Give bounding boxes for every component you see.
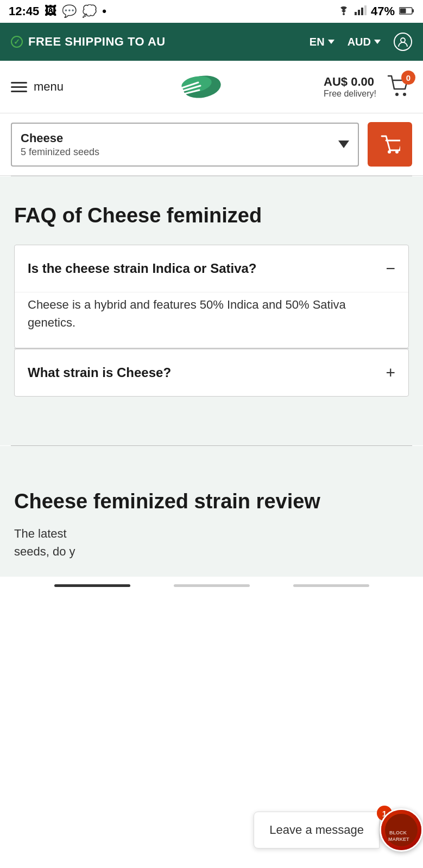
- cart-info: AU$ 0.00 Free delivery!: [324, 75, 376, 99]
- logo[interactable]: [167, 71, 221, 103]
- faq-question-1[interactable]: Is the cheese strain Indica or Sativa? −: [15, 245, 408, 292]
- checkmark-icon: [11, 36, 23, 48]
- faq-question-text-2: What strain is Cheese?: [28, 365, 379, 380]
- faq-item-1: Is the cheese strain Indica or Sativa? −…: [14, 245, 409, 348]
- faq-title: FAQ of Cheese feminized: [14, 203, 409, 228]
- faq-toggle-1: −: [386, 260, 395, 277]
- dropdown-arrow-icon: [338, 141, 349, 148]
- cart-price: AU$ 0.00: [324, 75, 376, 89]
- scroll-bar-1: [54, 584, 130, 587]
- currency-selector[interactable]: AUD: [348, 36, 381, 48]
- svg-point-14: [395, 93, 399, 96]
- product-selector-bar: Cheese 5 feminized seeds: [0, 113, 423, 176]
- svg-point-16: [388, 150, 391, 154]
- top-banner: FREE SHIPPING TO AU EN AUD: [0, 23, 423, 61]
- svg-point-15: [403, 93, 406, 96]
- review-title: Cheese feminized strain review: [14, 489, 409, 514]
- section-spacer-2: [0, 446, 423, 462]
- cart-badge: 0: [401, 71, 415, 85]
- menu-button[interactable]: menu: [11, 80, 64, 94]
- svg-rect-7: [400, 9, 406, 14]
- product-variant-dropdown[interactable]: Cheese 5 feminized seeds: [11, 123, 359, 167]
- faq-question-2[interactable]: What strain is Cheese? +: [15, 349, 408, 396]
- svg-rect-4: [364, 5, 367, 15]
- battery-icon: [399, 4, 414, 18]
- status-bar: 12:45 🖼 💬 💭 • 47%: [0, 0, 423, 23]
- review-section: Cheese feminized strain review The lates…: [0, 462, 423, 577]
- currency-label: AUD: [348, 36, 371, 48]
- status-right: 47%: [337, 4, 414, 18]
- language-selector[interactable]: EN: [310, 36, 334, 48]
- dot-icon: •: [102, 4, 106, 18]
- language-label: EN: [310, 36, 325, 48]
- svg-rect-1: [355, 12, 357, 15]
- status-time: 12:45: [9, 4, 39, 18]
- nav-right: AU$ 0.00 Free delivery! 0: [324, 74, 412, 100]
- hamburger-icon: [11, 82, 27, 92]
- product-name: Cheese: [21, 131, 99, 145]
- svg-point-8: [401, 38, 405, 42]
- svg-point-17: [395, 150, 399, 154]
- messenger2-icon: 💭: [82, 4, 97, 18]
- scroll-indicator: [0, 577, 423, 595]
- faq-answer-1: Cheese is a hybrid and features 50% Indi…: [15, 292, 408, 348]
- svg-point-0: [343, 13, 345, 15]
- photo-icon: 🖼: [45, 4, 56, 18]
- faq-item-2: What strain is Cheese? +: [14, 349, 409, 397]
- product-variant: 5 feminized seeds: [21, 146, 99, 158]
- menu-label: menu: [34, 80, 64, 94]
- svg-rect-6: [412, 9, 414, 12]
- status-left: 12:45 🖼 💬 💭 •: [9, 4, 106, 18]
- lang-chevron-icon: [328, 40, 334, 44]
- faq-question-text-1: Is the cheese strain Indica or Sativa?: [28, 261, 379, 276]
- svg-rect-3: [361, 8, 363, 15]
- wifi-icon: [337, 4, 350, 18]
- review-preview-text: The latest seeds, do y: [14, 525, 409, 560]
- shipping-text: FREE SHIPPING TO AU: [28, 35, 166, 49]
- battery-text: 47%: [371, 4, 395, 18]
- user-account-icon[interactable]: [394, 33, 412, 51]
- signal-icon: [355, 4, 367, 18]
- messenger-icon: 💬: [62, 4, 77, 18]
- currency-chevron-icon: [374, 40, 381, 44]
- faq-section: FAQ of Cheese feminized Is the cheese st…: [0, 176, 423, 413]
- add-to-cart-button[interactable]: [368, 122, 412, 167]
- nav-header: menu AU$ 0.00 Free delivery! 0: [0, 61, 423, 113]
- scroll-bar-2: [174, 584, 250, 587]
- svg-rect-2: [358, 10, 360, 15]
- banner-right: EN AUD: [310, 33, 412, 51]
- section-spacer-1: [0, 413, 423, 445]
- cart-button[interactable]: 0: [385, 74, 412, 100]
- scroll-bar-3: [293, 584, 369, 587]
- cart-delivery-label: Free delivery!: [324, 89, 376, 99]
- faq-toggle-2: +: [386, 365, 395, 381]
- banner-shipping: FREE SHIPPING TO AU: [11, 35, 166, 49]
